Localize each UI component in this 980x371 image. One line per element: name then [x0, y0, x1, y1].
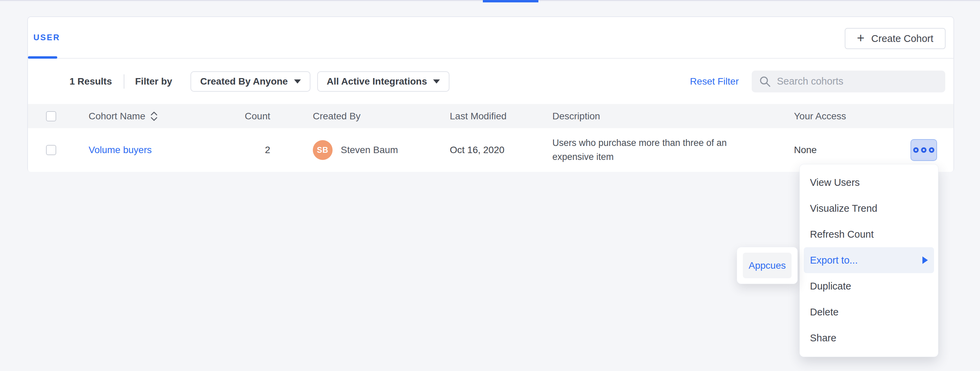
column-count[interactable]: Count [236, 111, 270, 122]
menu-item-share[interactable]: Share [804, 325, 934, 351]
column-cohort-name[interactable]: Cohort Name [89, 111, 145, 122]
chevron-down-icon [433, 80, 440, 84]
created-by-filter-label: Created By Anyone [200, 76, 288, 87]
three-dots-icon [929, 147, 934, 153]
active-nav-tab-indicator [483, 0, 538, 2]
filter-bar: 1 Results Filter by Created By Anyone Al… [28, 59, 953, 104]
filter-by-label: Filter by [135, 76, 172, 87]
created-by-name: Steven Baum [341, 145, 398, 156]
tab-active-underline [28, 56, 57, 59]
avatar: SB [313, 140, 332, 160]
cohort-name-link[interactable]: Volume buyers [89, 145, 152, 156]
menu-item-visualize-trend[interactable]: Visualize Trend [804, 195, 934, 221]
create-cohort-button[interactable]: + Create Cohort [845, 28, 946, 49]
cohort-description: Users who purchase more than three of an… [552, 136, 751, 164]
export-submenu: Appcues [737, 247, 797, 284]
sort-arrows-icon[interactable] [150, 111, 158, 121]
your-access-value: None [794, 145, 910, 156]
reset-filter-link[interactable]: Reset Filter [690, 76, 739, 87]
create-cohort-label: Create Cohort [871, 33, 933, 44]
menu-item-duplicate[interactable]: Duplicate [804, 273, 934, 299]
row-actions-menu: View Users Visualize Trend Refresh Count… [800, 164, 938, 357]
integrations-filter-label: All Active Integrations [327, 76, 427, 87]
column-your-access[interactable]: Your Access [794, 111, 910, 122]
select-all-checkbox[interactable] [46, 111, 56, 121]
cohorts-page: USER + Create Cohort 1 Results Filter by… [0, 0, 980, 371]
search-box [752, 71, 945, 92]
top-divider [0, 0, 980, 1]
tab-user[interactable]: USER [28, 17, 68, 58]
three-dots-icon [913, 147, 919, 153]
table-header: Cohort Name Count Created By Last Modifi… [28, 104, 953, 128]
row-actions-button[interactable] [910, 139, 937, 161]
plus-icon: + [857, 31, 864, 44]
search-cohorts-input[interactable] [777, 76, 938, 87]
menu-item-view-users[interactable]: View Users [804, 169, 934, 195]
chevron-down-icon [294, 80, 301, 84]
cohorts-panel: USER + Create Cohort 1 Results Filter by… [27, 16, 954, 172]
row-checkbox[interactable] [46, 145, 56, 155]
tab-user-label: USER [33, 33, 60, 42]
results-count: 1 Results [70, 76, 112, 87]
menu-item-export-to[interactable]: Export to... [804, 247, 934, 273]
column-description[interactable]: Description [552, 111, 770, 122]
cohort-count: 2 [236, 145, 270, 156]
triangle-right-icon [923, 256, 928, 264]
three-dots-icon [921, 147, 926, 153]
magnifier-icon [759, 76, 771, 87]
menu-item-delete[interactable]: Delete [804, 299, 934, 325]
tab-bar: USER + Create Cohort [28, 17, 953, 59]
menu-item-refresh-count[interactable]: Refresh Count [804, 221, 934, 247]
integrations-filter-dropdown[interactable]: All Active Integrations [317, 71, 450, 92]
submenu-item-appcues[interactable]: Appcues [743, 253, 792, 278]
created-by-filter-dropdown[interactable]: Created By Anyone [191, 71, 310, 92]
column-last-modified[interactable]: Last Modified [450, 111, 552, 122]
last-modified-date: Oct 16, 2020 [450, 145, 552, 156]
column-created-by[interactable]: Created By [313, 111, 450, 122]
vertical-divider [124, 74, 124, 89]
